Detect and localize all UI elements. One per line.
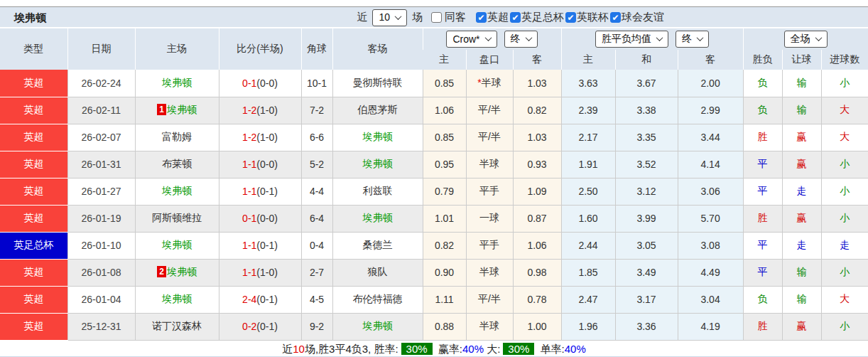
corner-cell: 10-1 [301, 70, 332, 97]
odds-away-cell: 1.03 [513, 70, 561, 97]
league-cell: 英超 [0, 259, 67, 286]
rank-badge: 1 [157, 104, 166, 115]
halftime-score: (0-0) [256, 213, 278, 224]
avg-time-select[interactable]: 终 [676, 31, 709, 48]
league-checkbox[interactable]: ✔ [510, 12, 521, 23]
goals-result-cell: 走 [821, 232, 868, 259]
result-cell: 平 [743, 178, 782, 205]
away-team-name: 桑德兰 [363, 239, 393, 250]
away-team-cell: 埃弗顿 [332, 124, 423, 151]
table-row: 英超 26-01-08 2埃弗顿 1-1(1-0) 2-7 狼队 0.90 半球… [0, 259, 868, 286]
halftime-score: (1-0) [256, 267, 278, 278]
avg-away-cell: 3.04 [678, 286, 743, 313]
home-team-name: 埃弗顿 [167, 104, 197, 115]
odds-home-cell: 1.06 [423, 97, 466, 124]
home-team-name: 埃弗顿 [162, 77, 192, 88]
halftime-score: (0-1) [256, 186, 278, 197]
odds-company-select[interactable]: Crow* [446, 31, 497, 48]
odds-time-select[interactable]: 终 [504, 31, 538, 48]
handicap-cell: 平手 [466, 178, 513, 205]
avg-away-cell: 3.44 [678, 124, 743, 151]
odds-company-value: Crow* [452, 33, 479, 45]
away-team-cell: 桑德兰 [332, 232, 423, 259]
odds-home-cell: 0.85 [423, 124, 466, 151]
table-row: 英超 26-02-24 埃弗顿 0-1(0-0) 10-1 曼彻斯特联 0.85… [0, 70, 868, 97]
odds-home-cell: 0.88 [423, 313, 466, 340]
odds-away-cell: 1.09 [513, 178, 561, 205]
result-cell: 平 [743, 151, 782, 178]
avg-group-header: 胜平负均值 终 [561, 28, 743, 50]
avg-draw-cell: 3.17 [615, 286, 678, 313]
league-cell: 英超 [0, 205, 67, 232]
corner-cell: 9-2 [301, 313, 332, 340]
goals-result-cell: 小 [821, 259, 868, 286]
away-team-name: 伯恩茅斯 [358, 104, 398, 115]
avg-draw-cell: 3.36 [615, 313, 678, 340]
avg-draw-cell: 3.67 [615, 70, 678, 97]
goals-result-cell: 大 [821, 286, 868, 313]
halftime-score: (1-0) [256, 105, 278, 116]
footer-single-label: 单率: [541, 343, 565, 355]
same-away-checkbox[interactable] [431, 12, 442, 23]
handicap-value: 一球 [479, 212, 499, 223]
league-cell: 英超 [0, 313, 67, 340]
score-cell: 0-1(0-0) [219, 70, 301, 97]
result-cell: 平 [743, 232, 782, 259]
score-cell: 0-2(0-1) [219, 313, 301, 340]
handicap-value: 平手 [479, 239, 499, 250]
avg-draw-cell: 3.35 [615, 124, 678, 151]
avg-home-cell: 1.91 [561, 151, 615, 178]
sub-handicap-result-header: 让球 [782, 50, 821, 70]
odds-home-cell: 1.01 [423, 205, 466, 232]
same-away-label: 同客 [445, 11, 466, 24]
avg-away-cell: 3.06 [678, 178, 743, 205]
result-cell: 负 [743, 97, 782, 124]
date-cell: 26-02-11 [67, 97, 135, 124]
home-team-cell: 布莱顿 [135, 151, 219, 178]
avg-home-cell: 1.96 [561, 313, 615, 340]
league-checkbox[interactable]: ✔ [610, 12, 621, 23]
result-cell: 胜 [743, 124, 782, 151]
league-cell: 英超 [0, 151, 67, 178]
avg-draw-cell: 3.05 [615, 232, 678, 259]
away-team-cell: 狼队 [332, 259, 423, 286]
league-checkbox[interactable]: ✔ [565, 12, 576, 23]
table-row: 英超 26-02-07 富勒姆 1-2(1-0) 6-6 埃弗顿 0.85 平/… [0, 124, 868, 151]
handicap-value: 半球 [482, 77, 501, 88]
odds-home-cell: 0.95 [423, 151, 466, 178]
league-filter-label: 英足总杯 [521, 11, 564, 24]
handicap-value: 半球 [479, 158, 499, 169]
score-cell: 2-4(0-1) [219, 286, 301, 313]
avg-draw-cell: 3.52 [615, 151, 678, 178]
corner-cell: 0-4 [301, 232, 332, 259]
home-team-cell: 埃弗顿 [135, 286, 219, 313]
fulltime-score: 0-2 [242, 321, 256, 332]
date-cell: 26-01-08 [67, 259, 135, 286]
corner-cell: 4-4 [301, 178, 332, 205]
odds-away-cell: 1.06 [513, 232, 561, 259]
games-count-select[interactable]: 10 [372, 9, 407, 26]
away-team-name: 埃弗顿 [363, 158, 393, 169]
match-table-body: 英超 26-02-24 埃弗顿 0-1(0-0) 10-1 曼彻斯特联 0.85… [0, 70, 868, 340]
scope-select[interactable]: 全场 [784, 31, 828, 48]
halftime-score: (0-1) [256, 294, 278, 305]
handicap-result-cell: 赢 [782, 205, 821, 232]
avg-type-select[interactable]: 胜平负均值 [595, 31, 668, 48]
rank-badge: 2 [157, 266, 166, 277]
goals-result-cell: 大 [821, 124, 868, 151]
table-row: 英超 26-01-04 埃弗顿 2-4(0-1) 4-5 布伦特福德 1.11 … [0, 286, 868, 313]
handicap-value: 平手 [479, 185, 499, 196]
fulltime-score: 1-2 [242, 132, 256, 143]
win-rate-badge: 30% [401, 343, 433, 355]
handicap-value: 平/半 [478, 104, 501, 115]
avg-home-cell: 1.60 [561, 205, 615, 232]
table-row: 英超 26-02-11 1埃弗顿 1-2(1-0) 7-2 伯恩茅斯 1.06 … [0, 97, 868, 124]
away-team-name: 狼队 [368, 266, 388, 277]
handicap-value: 半球 [479, 266, 499, 277]
league-checkbox[interactable]: ✔ [476, 12, 487, 23]
score-cell: 1-1(0-1) [219, 178, 301, 205]
sub-result-header: 胜负 [743, 50, 782, 70]
league-filter-item: ✔ 英足总杯 [510, 11, 564, 24]
away-team-cell: 布伦特福德 [332, 286, 423, 313]
corner-cell: 2-7 [301, 259, 332, 286]
